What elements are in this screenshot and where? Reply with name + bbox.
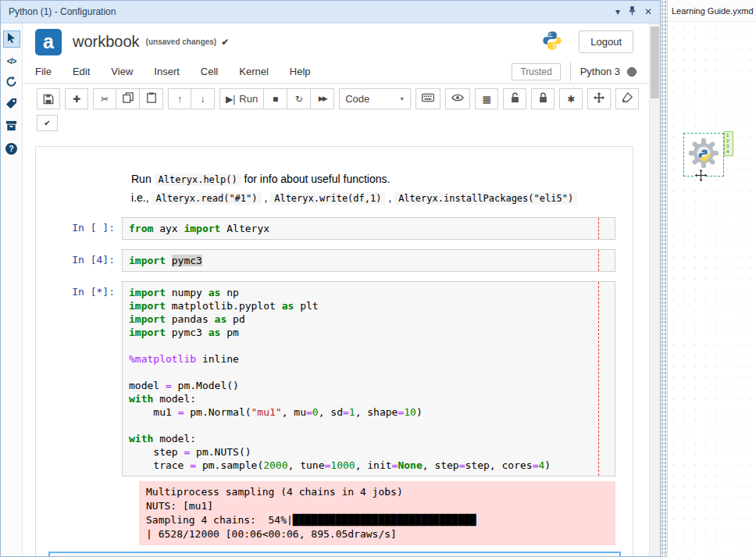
intro-line: Run Alteryx.help() for info about useful… — [131, 170, 633, 189]
move-cursor-icon — [694, 169, 708, 185]
grid-button[interactable]: ▦ — [475, 88, 498, 109]
output-line: Sampling 4 chains: 54%|█████████████████… — [146, 513, 608, 527]
menu-insert[interactable]: Insert — [154, 66, 180, 77]
fast-forward-icon: ▶▶ — [319, 95, 326, 102]
python-logo-icon — [541, 30, 563, 55]
intro-line: i.e., Alteryx.read("#1") , Alteryx.write… — [131, 189, 633, 208]
help-button[interactable]: ? — [3, 140, 20, 157]
plus-icon: ✚ — [73, 95, 80, 104]
kernel-name: Python 3 — [580, 66, 620, 77]
output-line: | 6528/12000 [00:06<00:06, 895.05draws/s… — [146, 527, 608, 541]
asterisk-button[interactable]: ✱ — [559, 88, 583, 109]
scissors-icon: ✂ — [101, 95, 109, 104]
grid-icon: ▦ — [483, 95, 491, 104]
restart-icon: ↻ — [295, 95, 303, 104]
unlock-icon — [510, 92, 520, 105]
menu-cell[interactable]: Cell — [201, 66, 218, 77]
cell-prompt: In [*]: — [36, 281, 122, 477]
cell-editor[interactable]: import numpy as npimport matplotlib.pypl… — [122, 281, 615, 477]
kernel-indicator: Python 3 — [570, 62, 637, 81]
check-icon: ✔ — [44, 119, 50, 127]
notebook-panel: a workbook (unsaved changes) ✔ Logout — [23, 23, 649, 556]
unlock-cell-button[interactable] — [503, 88, 526, 109]
scrollbar-thumb[interactable] — [651, 27, 659, 98]
asterisk-icon: ✱ — [567, 95, 575, 104]
command-palette-button[interactable] — [415, 88, 440, 109]
brush-icon — [622, 92, 633, 105]
pin-icon[interactable] — [629, 5, 636, 18]
python-configuration-window: Python (1) - Configuration ▾ ✕ </> — [0, 0, 661, 557]
cell-prompt: In [ ]: — [36, 217, 122, 240]
window-title: Python (1) - Configuration — [9, 6, 116, 17]
pointer-tool-button[interactable] — [3, 30, 20, 48]
notebook-header: a workbook (unsaved changes) ✔ Logout — [23, 23, 649, 60]
toggle-visibility-button[interactable] — [445, 88, 470, 109]
run-button[interactable]: ▶|Run — [219, 88, 264, 109]
config-left-strip: </> ? — [1, 23, 23, 556]
tag-button[interactable] — [3, 96, 20, 113]
copy-icon — [123, 92, 134, 105]
code-cell: In [ ]: from ayx import Alteryx — [36, 217, 633, 240]
cell-editor[interactable]: import pymc3 — [122, 249, 615, 272]
menu-file[interactable]: File — [35, 66, 52, 77]
code-view-button[interactable]: </> — [3, 52, 20, 70]
move-tool-button[interactable] — [587, 88, 611, 109]
menu-view[interactable]: View — [111, 66, 133, 77]
restart-kernel-button[interactable]: ↻ — [287, 88, 311, 109]
arrow-down-icon: ↓ — [201, 95, 205, 104]
notebook-page: Run Alteryx.help() for info about useful… — [35, 146, 633, 556]
step-forward-icon: ▶| — [226, 95, 235, 104]
trusted-badge: Trusted — [512, 63, 560, 80]
move-cell-down-button[interactable]: ↓ — [191, 88, 215, 109]
package-icon — [5, 120, 17, 134]
menu-edit[interactable]: Edit — [73, 66, 90, 77]
run-label: Run — [239, 93, 258, 105]
cut-button[interactable]: ✂ — [93, 88, 116, 109]
workflow-canvas[interactable]: 1234 — [668, 22, 756, 557]
copy-button[interactable] — [116, 88, 140, 109]
cell-editor[interactable]: from ayx import Alteryx — [122, 217, 615, 240]
interrupt-kernel-button[interactable]: ■ — [264, 88, 287, 109]
chevron-down-icon[interactable]: ▾ — [615, 6, 620, 17]
menu-kernel[interactable]: Kernel — [239, 66, 269, 77]
chevron-down-icon: ▼ — [399, 96, 405, 102]
panel-splitter[interactable] — [661, 0, 668, 557]
column-ruler — [598, 250, 599, 271]
code-cell: In [4]: import pymc3 — [36, 249, 633, 272]
save-button[interactable] — [37, 88, 60, 109]
package-button[interactable] — [3, 118, 20, 135]
app-root: Python (1) - Configuration ▾ ✕ </> — [0, 0, 756, 557]
column-ruler — [598, 218, 599, 239]
kernel-busy-icon — [627, 67, 637, 77]
python-logo-icon — [697, 148, 711, 166]
pointer-icon — [5, 32, 17, 47]
stop-icon: ■ — [273, 95, 278, 104]
cell-type-select[interactable]: Code▼ — [339, 88, 411, 109]
restart-run-all-button[interactable]: ▶▶ — [311, 88, 334, 109]
output-line: NUTS: [mu1] — [146, 499, 608, 513]
vertical-scrollbar[interactable] — [649, 23, 660, 556]
spellcheck-toggle-button[interactable]: ✔ — [37, 115, 58, 131]
tag-icon — [5, 98, 17, 112]
menu-help[interactable]: Help — [290, 66, 311, 77]
window-titlebar[interactable]: Python (1) - Configuration ▾ ✕ — [1, 1, 660, 23]
notebook-toolbar: ✚ ✂ ↑ ↓ ▶|Run ■ ↻ ▶▶ Code▼ — [23, 84, 649, 112]
add-cell-button[interactable]: ✚ — [65, 88, 88, 109]
tool-anchor-list: 1234 — [724, 131, 733, 156]
workflow-tab[interactable]: Learning Guide.yxmd — [668, 0, 756, 22]
close-icon[interactable]: ✕ — [644, 6, 652, 17]
sync-button[interactable] — [3, 74, 20, 91]
lock-cell-button[interactable] — [531, 88, 555, 109]
brush-button[interactable] — [615, 88, 639, 109]
column-ruler — [598, 282, 599, 476]
move-cell-up-button[interactable]: ↑ — [168, 88, 191, 109]
paste-button[interactable] — [140, 88, 163, 109]
selected-next-cell[interactable] — [48, 552, 621, 556]
question-icon: ? — [5, 143, 17, 155]
intro-markdown: Run Alteryx.help() for info about useful… — [123, 170, 633, 208]
logout-button[interactable]: Logout — [579, 30, 633, 53]
arrow-up-icon: ↑ — [177, 95, 182, 104]
notebook-title[interactable]: workbook — [73, 33, 140, 51]
sync-icon — [5, 76, 17, 91]
code-icon: </> — [7, 57, 16, 66]
